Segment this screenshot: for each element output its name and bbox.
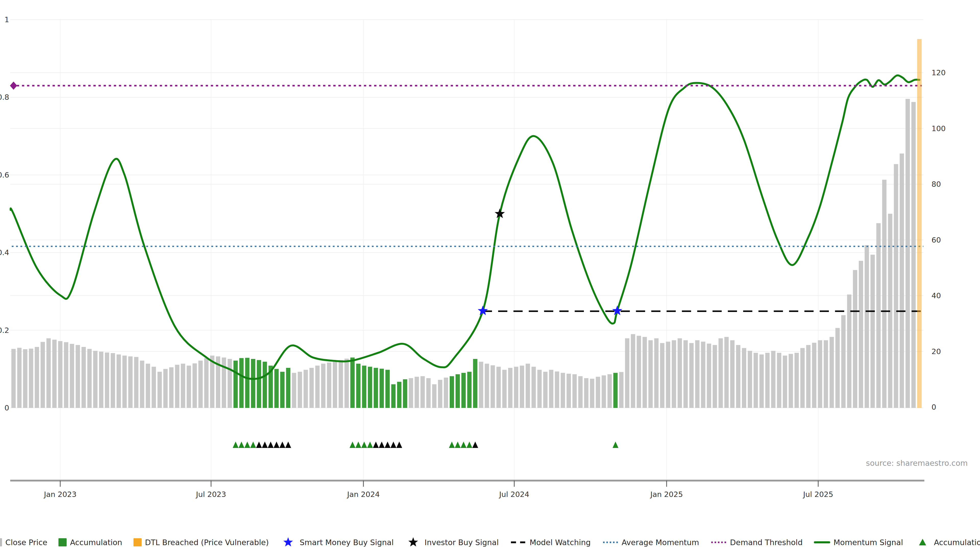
legend-item-accumulation-bar: Accumulation (59, 538, 122, 547)
distribution-triangle (285, 441, 291, 448)
legend-label-dtl-breached: DTL Breached (Price Vulnerable) (145, 538, 269, 547)
legend-label-demand-threshold: Demand Threshold (730, 538, 803, 547)
legend-label-investor-buy-signal: Investor Buy Signal (425, 538, 499, 547)
legend-item-average-momentum: Average Momentum (602, 537, 699, 548)
accumulation-bar (461, 373, 466, 408)
accumulation-triangle (250, 441, 256, 448)
accumulation-triangle (461, 441, 466, 448)
close-price-bar (345, 359, 349, 408)
close-price-bar (438, 380, 442, 408)
close-price-bar (93, 351, 97, 408)
legend-item-dtl-breached: DTL Breached (Price Vulnerable) (134, 538, 269, 547)
distribution-triangle (396, 441, 402, 448)
model-watching-swatch (510, 537, 526, 548)
accumulation-bar (450, 376, 454, 408)
y-axis-left-tick-label: 1 (5, 15, 9, 24)
accumulation-triangle (449, 441, 455, 448)
close-price-bar (490, 365, 495, 408)
y-axis-right-tick-label: 80 (932, 180, 941, 189)
legend-label-average-momentum: Average Momentum (622, 538, 699, 547)
close-price-bar (444, 378, 448, 408)
close-price-bar (479, 362, 484, 408)
x-axis-tick-label: Jan 2024 (347, 490, 380, 499)
close-price-bar (520, 365, 524, 408)
close-price-bar (771, 351, 776, 408)
close-price-bar (894, 164, 898, 408)
distribution-triangle (373, 441, 379, 448)
close-price-bar (105, 353, 109, 408)
close-price-bar (111, 353, 115, 408)
chart-canvas: Jan 2023Jul 2023Jan 2024Jul 2024Jan 2025… (0, 0, 980, 551)
close-price-bar (140, 361, 144, 408)
close-price-bar (573, 374, 577, 408)
legend-label-smart-money-buy-signal: Smart Money Buy Signal (300, 538, 393, 547)
close-price-bar (146, 364, 150, 408)
accumulation-bar (239, 358, 244, 408)
close-price-bar (683, 340, 688, 408)
close-price-bar (52, 340, 57, 408)
legend-item-investor-buy-signal: Investor Buy Signal (405, 537, 499, 548)
close-price-bar (707, 344, 711, 408)
close-price-bar (649, 340, 653, 408)
close-price-bar (806, 345, 811, 408)
close-price-bar (64, 342, 68, 408)
close-price-bar (812, 343, 816, 408)
legend: Close PriceAccumulationDTL Breached (Pri… (0, 535, 980, 550)
close-price-bar (777, 353, 781, 408)
close-price-bar (163, 369, 168, 408)
close-price-bar (187, 365, 191, 408)
accumulation-bar (380, 368, 384, 408)
close-price-bar (678, 338, 682, 408)
legend-item-smart-money-buy-signal: Smart Money Buy Signal (280, 537, 393, 548)
close-price-bar (204, 358, 208, 408)
distribution-triangle (379, 441, 385, 448)
distribution-triangle (268, 441, 274, 448)
accumulation-triangle (355, 441, 361, 448)
momentum-signal-line (11, 75, 919, 379)
close-price-bar (900, 154, 904, 408)
close-price-bar (315, 365, 320, 408)
close-price-bar (590, 379, 594, 408)
close-price-bar (11, 349, 16, 408)
close-price-bar (117, 354, 121, 408)
close-price-bar (23, 349, 27, 408)
x-axis-tick-label: Jul 2025 (803, 490, 833, 499)
close-price-bar (538, 370, 542, 408)
close-price-bar (818, 340, 822, 408)
close-price-bar (298, 372, 302, 408)
close-price-bar (631, 334, 635, 408)
accumulation-bar (374, 368, 378, 408)
close-price-bar (426, 378, 431, 408)
close-price-bar (742, 348, 746, 408)
accumulation-triangle (466, 441, 473, 448)
distribution-triangle (390, 441, 396, 448)
close-price-bar (912, 102, 916, 408)
close-price-bar (175, 365, 180, 408)
close-price-bar (134, 357, 138, 408)
legend-item-close-price: Close Price (0, 538, 47, 547)
close-price-bar (333, 362, 337, 408)
accumulation-bar-swatch (59, 538, 67, 546)
momentum-signal-swatch (814, 537, 830, 548)
close-price-bar (835, 328, 840, 408)
close-price-bar (151, 367, 156, 408)
accumulation-bar (368, 367, 372, 408)
legend-label-close-price: Close Price (5, 538, 47, 547)
accumulation-bar (245, 358, 250, 408)
accumulation-bar (455, 374, 460, 408)
demand-threshold-diamond-marker (10, 82, 17, 90)
investor-buy-signal-star-icon (405, 537, 422, 548)
close-price-bar (549, 370, 553, 408)
accumulation-triangle (239, 441, 245, 448)
close-price-bar (123, 356, 127, 408)
close-price-bar (339, 360, 343, 408)
accumulation-triangle (233, 441, 239, 448)
close-price-bar (730, 340, 735, 408)
y-axis-left-tick-label: 0.8 (0, 93, 9, 102)
legend-item-momentum-signal: Momentum Signal (814, 537, 903, 548)
accumulation-bar (274, 369, 279, 408)
legend-label-accumulation-marker: Accumulation (934, 538, 980, 547)
y-axis-right-tick-label: 60 (932, 236, 941, 245)
accumulation-triangle (612, 441, 618, 448)
close-price-bar (87, 349, 92, 408)
